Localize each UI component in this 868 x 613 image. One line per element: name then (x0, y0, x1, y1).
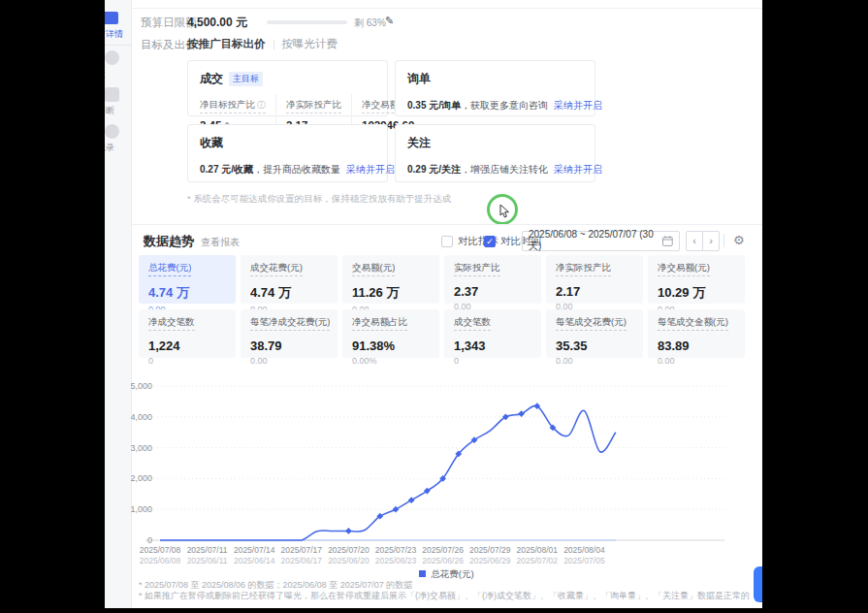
metric-card-2[interactable]: 成交花费(元)4.74 万0.00 (241, 255, 338, 304)
metric-card-value: 11.26 万 (352, 284, 430, 302)
y-tick-label: 2,000 (131, 473, 152, 483)
metric-card-9[interactable]: 净交易额占比91.38%0.00% (342, 309, 439, 358)
x-tick-label: 2025/07/08 (140, 545, 181, 555)
x-tick-label-secondary: 2025/06/20 (328, 556, 370, 565)
target-card-title: 收藏 (200, 135, 223, 151)
target-card-3[interactable]: 收藏0.27 元/收藏，提升商品收藏数量采纳并开启 (187, 124, 388, 182)
settings-gear-icon[interactable]: ⚙ (733, 233, 745, 247)
metric-label: 净实际投产比 (286, 99, 341, 113)
budget-value: 4,500.00 元 (187, 15, 247, 31)
x-tick-label: 2025/07/23 (375, 545, 417, 555)
sidebar: 广详情 意诊断记录 (105, 0, 132, 608)
compare-time-checkbox[interactable]: ✓ (484, 236, 496, 247)
metric-card-value: 35.35 (556, 339, 633, 353)
metric-card-label: 交易额(元) (352, 262, 395, 276)
metric-card-label: 每笔净成交花费(元) (250, 316, 330, 331)
metric-card-5[interactable]: 净实际投产比2.170.00 (546, 255, 643, 304)
target-card-header: 询单 (407, 69, 583, 87)
x-tick-label-secondary: 2025/06/29 (469, 556, 511, 565)
data-point-marker (408, 497, 415, 503)
adopt-enable-link[interactable]: 采纳并开启 (554, 164, 602, 175)
target-card-price: 0.27 元/收藏 (200, 164, 253, 175)
metric-card-8[interactable]: 每笔净成交花费(元)38.790.00 (241, 309, 338, 358)
stage: 广详情 意诊断记录 预算日限额: 4,500.00 元 剩 63% ✎ 目标及出… (0, 0, 868, 613)
metric-card-4[interactable]: 实际投产比2.370.00 (444, 255, 541, 304)
view-report-link[interactable]: 查看报表 (201, 236, 240, 249)
data-point-marker (345, 528, 352, 534)
edit-budget-icon[interactable]: ✎ (385, 15, 394, 27)
y-tick-label: 4,000 (131, 412, 152, 422)
target-card-desc: 0.27 元/收藏，提升商品收藏数量采纳并开启 (200, 163, 375, 177)
metric-card-label: 净成交笔数 (148, 316, 195, 331)
metric-card-label: 成交花费(元) (250, 262, 303, 276)
metric-card-compare-value: 0.00 (658, 356, 735, 366)
top-divider (131, 8, 762, 9)
adopt-enable-link[interactable]: 采纳并开启 (346, 164, 395, 175)
x-tick-label-secondary: 2025/07/05 (563, 556, 605, 565)
x-tick-label-secondary: 2025/06/08 (140, 556, 181, 565)
target-card-2[interactable]: 询单0.35 元/询单，获取更多意向咨询采纳并开启 (395, 60, 595, 116)
target-card-title: 关注 (407, 135, 431, 151)
divider (105, 45, 131, 46)
goal-option-1[interactable]: 按推广目标出价 (187, 37, 266, 51)
metric-card-compare-value: 0.00% (352, 356, 430, 366)
metric-card-value: 2.37 (454, 284, 531, 299)
metric-card-value: 2.17 (556, 284, 633, 299)
metric-card-10[interactable]: 成交笔数1,3430 (444, 309, 541, 358)
metric-card-value: 83.89 (658, 339, 735, 353)
campaign-active-icon[interactable] (105, 12, 118, 24)
target-card-title: 成交 (200, 71, 223, 87)
next-period-button[interactable]: › (702, 231, 720, 251)
date-range-picker[interactable]: 2025/06/08 ~ 2025/07/07 (30天) (522, 231, 680, 251)
sidebar-item-detail[interactable]: 广详情 (105, 28, 132, 41)
sidebar-item-1[interactable]: 意 (105, 50, 132, 81)
sidebar-item-label: 记录 (105, 142, 132, 154)
x-tick-label: 2025/07/17 (281, 545, 323, 555)
metric-card-6[interactable]: 净交易额(元)10.29 万0.00 (648, 255, 745, 304)
metric-card-3[interactable]: 交易额(元)11.26 万0.00 (342, 255, 439, 304)
metric-card-12[interactable]: 每笔成交金额(元)83.890.00 (648, 309, 745, 358)
metric-card-value: 4.74 万 (148, 284, 226, 302)
x-tick-label: 2025/07/11 (187, 545, 228, 555)
metric-card-11[interactable]: 每笔成交花费(元)35.350.00 (546, 309, 643, 358)
main-panel: 广详情 意诊断记录 预算日限额: 4,500.00 元 剩 63% ✎ 目标及出… (105, 0, 762, 608)
metric-card-value: 4.74 万 (250, 284, 328, 302)
metric-card-value: 1,224 (148, 339, 226, 353)
target-card-1[interactable]: 成交主目标净目标投产比ⓘ2.45✎净实际投产比2.17净交易额(元)102946… (187, 60, 388, 116)
metric-card-compare-value: 0 (454, 356, 531, 366)
metric-card-1[interactable]: 总花费(元)4.74 万0.00 (139, 255, 236, 304)
target-card-header: 关注 (407, 133, 583, 151)
divider (723, 234, 724, 247)
info-icon[interactable]: ⓘ (257, 100, 266, 110)
diagnose-icon (105, 87, 119, 102)
main-goal-badge: 主目标 (229, 72, 263, 86)
x-tick-label: 2025/08/04 (563, 545, 605, 555)
prev-period-button[interactable]: ‹ (686, 231, 703, 251)
y-tick-label: 5,000 (131, 381, 152, 391)
metric-card-7[interactable]: 净成交笔数1,2240 (139, 309, 236, 358)
metric-card-label: 总花费(元) (148, 262, 191, 276)
target-card-header: 收藏 (200, 133, 375, 151)
footnote-2: * 如果推广在暂停或删除前已经获得了曝光，那么在暂停或重建后展示「(净)交易额」… (139, 590, 750, 602)
sidebar-item-3[interactable]: 记录 (105, 124, 132, 154)
metric-card-compare-value: 0 (148, 356, 226, 366)
section-divider (131, 224, 762, 225)
metric-card-label: 净实际投产比 (556, 262, 611, 276)
calendar-icon (662, 236, 673, 246)
floating-side-button[interactable] (754, 566, 762, 602)
x-tick-label: 2025/07/14 (234, 545, 275, 555)
compare-metric-checkbox[interactable] (441, 236, 453, 247)
target-card-4[interactable]: 关注0.29 元/关注，增强店铺关注转化采纳并开启 (395, 124, 595, 182)
trend-chart: 01,0002,0003,0004,0005,0002025/07/082025… (131, 376, 762, 570)
metric-card-label: 成交笔数 (454, 316, 491, 331)
cursor-icon (499, 205, 511, 218)
y-tick-label: 3,000 (131, 443, 152, 453)
sidebar-item-label: 意 (105, 68, 132, 81)
goal-option-2[interactable]: 按曝光计费 (282, 37, 338, 51)
metric-card-label: 净交易额(元) (658, 262, 710, 276)
adopt-enable-link[interactable]: 采纳并开启 (554, 100, 602, 111)
sidebar-item-2[interactable]: 诊断 (105, 87, 132, 117)
trend-line-chart: 01,0002,0003,0004,0005,0002025/07/082025… (131, 376, 762, 570)
idea-icon (105, 50, 119, 65)
x-tick-label-secondary: 2025/06/26 (422, 556, 464, 565)
